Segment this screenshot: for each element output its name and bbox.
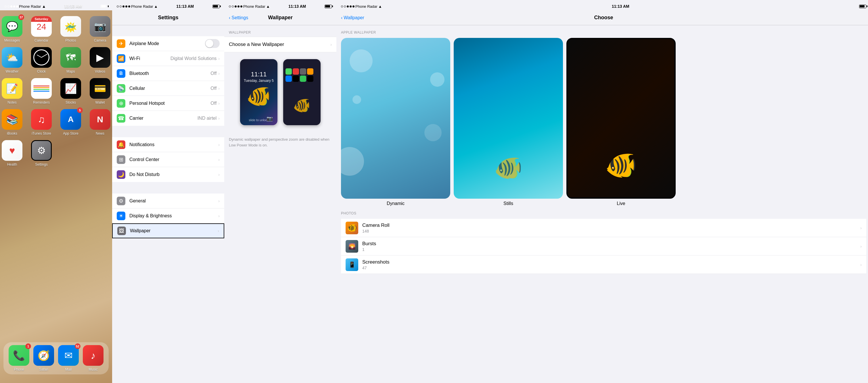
phone-badge: 1 — [25, 343, 31, 349]
row-display[interactable]: ☀ Display & Brightness › — [112, 208, 224, 223]
wp-dot-1 — [229, 5, 231, 7]
app-label-maps: Maps — [66, 69, 75, 73]
row-carrier[interactable]: ☎ Carrier IND airtel › — [112, 111, 224, 126]
cellular-label: Cellular — [129, 86, 211, 91]
live-thumb-wrap: 🐠 Live — [566, 38, 676, 206]
row-airplane[interactable]: ✈ Airplane Mode — [112, 36, 224, 51]
dock-music[interactable]: ♪ Music — [83, 345, 103, 372]
wallpaper-chevron: › — [218, 229, 219, 233]
lock-time: 11:11 — [251, 71, 267, 78]
fish-wallpaper: 🐠 — [246, 84, 271, 108]
general-label: General — [129, 198, 218, 204]
stills-fish: 🐠 — [494, 154, 523, 181]
app-wallet[interactable]: 💳 Wallet — [88, 78, 112, 105]
row-donotdisturb[interactable]: 🌙 Do Not Disturb › — [112, 167, 224, 182]
app-label-health: Health — [7, 163, 17, 167]
app-weather[interactable]: ⛅ Weather — [0, 47, 24, 73]
display-icon: ☀ — [117, 212, 125, 220]
control-label: Control Center — [129, 157, 218, 162]
signal-dots-c — [341, 5, 354, 7]
home-mini-grid — [283, 59, 320, 84]
back-label-c: Wallpaper — [344, 15, 364, 21]
wallpaper-label: Wallpaper — [130, 228, 218, 234]
settings-title: Settings — [158, 15, 178, 21]
row-general[interactable]: ⚙ General › — [112, 194, 224, 208]
album-screenshots[interactable]: 📱 Screenshots 47 › — [341, 255, 866, 274]
dock-mail[interactable]: ✉ 52 Mail — [58, 345, 79, 372]
status-right-s — [213, 5, 220, 8]
album-bursts[interactable]: 🌄 Bursts 1 › — [341, 237, 866, 255]
app-ibooks[interactable]: 📚 iBooks — [0, 109, 24, 136]
dock-safari[interactable]: 🧭 Safari — [33, 345, 54, 372]
calendar-weekday: Saturday — [31, 16, 52, 22]
app-label-weather: Weather — [5, 69, 19, 73]
dynamic-thumb[interactable] — [341, 38, 450, 199]
c-dot-4 — [350, 5, 352, 7]
live-thumb[interactable]: 🐠 — [566, 38, 676, 199]
status-left: Phone Radar ▲ — [5, 4, 46, 9]
signal-dot-5 — [16, 5, 18, 7]
wifi-chevron: › — [218, 56, 220, 61]
stills-thumb[interactable]: 🐠 — [454, 38, 563, 199]
app-appstore[interactable]: A 5 App Store — [59, 109, 83, 136]
notifications-label: Notifications — [129, 142, 218, 147]
app-health[interactable]: ♥ Health — [0, 140, 24, 167]
dock-label-music: Music — [89, 368, 97, 372]
app-grid: 💬 37 Messages Saturday 24 Calendar — [0, 10, 112, 167]
bluetooth-icon: B — [117, 69, 125, 78]
app-camera[interactable]: 📷 Camera — [88, 16, 112, 42]
app-messages[interactable]: 💬 37 Messages — [0, 16, 24, 42]
mini-app-1 — [285, 68, 292, 75]
app-clock[interactable]: Clock — [30, 47, 53, 73]
s-dot-3 — [122, 5, 124, 7]
status-right-wp — [324, 5, 332, 8]
row-control-center[interactable]: ⊞ Control Center › — [112, 152, 224, 167]
choose-wallpaper-row[interactable]: Choose a New Wallpaper › — [224, 37, 336, 52]
dock: 📞 1 Phone 🧭 Safari ✉ 52 Mail ♪ Music — [3, 342, 109, 374]
screenshots-info: Screenshots 47 — [362, 259, 860, 270]
row-wifi[interactable]: 📶 Wi-Fi Digital World Solutions › — [112, 51, 224, 66]
app-news[interactable]: N News — [88, 109, 112, 136]
app-settings[interactable]: ⚙ Settings — [30, 140, 53, 167]
signal-dot-4 — [13, 5, 15, 7]
live-fish: 🐠 — [605, 150, 637, 180]
slide-unlock: slide to unlock — [249, 118, 269, 122]
row-hotspot[interactable]: ⊕ Personal Hotspot Off › — [112, 96, 224, 111]
battery-c — [859, 5, 866, 8]
s-dot-5 — [128, 5, 130, 7]
signal-dot-2 — [7, 5, 9, 7]
settings-content: ✈ Airplane Mode 📶 Wi-Fi Digital World So… — [112, 25, 224, 383]
choose-back-button[interactable]: ‹ Wallpaper — [341, 15, 364, 21]
app-videos[interactable]: ▶ Videos — [88, 47, 112, 73]
app-calendar[interactable]: Saturday 24 Calendar — [30, 16, 53, 42]
s-dot-1 — [117, 5, 119, 7]
lock-screen-preview: 11:11 Tuesday, January 5 🐠 slide to unlo… — [240, 59, 277, 125]
c-dot-5 — [352, 5, 354, 7]
row-bluetooth[interactable]: B Bluetooth Off › — [112, 66, 224, 81]
clock-hand-minute — [41, 54, 48, 58]
bubble-3 — [341, 147, 364, 176]
dock-phone[interactable]: 📞 1 Phone — [9, 345, 29, 372]
settings-carrier: Phone Radar — [131, 4, 153, 9]
wp-carrier: Phone Radar — [243, 4, 266, 9]
wallpaper-back-button[interactable]: ‹ Settings — [229, 15, 248, 21]
separator-2 — [112, 126, 224, 137]
row-cellular[interactable]: 📡 Cellular Off › — [112, 81, 224, 96]
notifications-chevron: › — [218, 142, 220, 147]
signal-dot-1 — [5, 5, 7, 7]
screenshots-thumb: 📱 — [346, 258, 358, 271]
app-maps[interactable]: 🗺 Maps — [59, 47, 83, 73]
mini-app-5 — [285, 75, 292, 82]
battery-icon — [100, 5, 107, 8]
app-itunes[interactable]: ♫ iTunes Store — [30, 109, 53, 136]
app-notes[interactable]: 📝 Notes — [0, 78, 24, 105]
row-wallpaper[interactable]: 🖼 Wallpaper › — [112, 223, 224, 238]
wifi-icon-wp: ▲ — [266, 4, 270, 9]
app-stocks[interactable]: 📈 Stocks — [59, 78, 83, 105]
app-photos[interactable]: Photos — [59, 16, 83, 42]
wifi-value: Digital World Solutions — [170, 56, 217, 61]
row-notifications[interactable]: 🔔 Notifications › — [112, 137, 224, 152]
airplane-toggle[interactable] — [205, 39, 220, 48]
album-camera-roll[interactable]: 🐠 Camera Roll 148 › — [341, 219, 866, 237]
app-reminders[interactable]: Reminders — [30, 78, 53, 105]
